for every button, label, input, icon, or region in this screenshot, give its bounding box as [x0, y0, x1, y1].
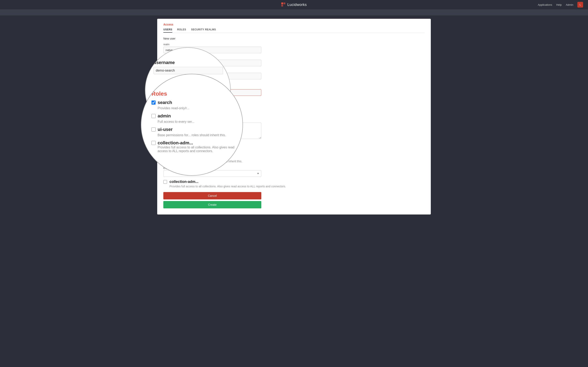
expire-field-group: Expiration ▼	[163, 167, 425, 177]
role-checkbox-ui-user[interactable]	[163, 155, 167, 159]
role-name-admin: admin	[169, 142, 180, 147]
lucidworks-logo-icon	[281, 2, 286, 7]
role-desc-collection-admin: Provides full access to all collections.…	[169, 185, 425, 188]
password-field-group: Password length, begin and ... Read more…	[163, 69, 425, 83]
role-item-search: search Provides read-only access to...	[163, 107, 425, 115]
tabs: USERS ROLES SECURITY REALMS	[163, 28, 425, 33]
subheader	[0, 9, 588, 16]
access-title: Access	[163, 23, 425, 26]
role-name-ui-user: ui-user	[169, 155, 182, 159]
tab-security-realms[interactable]: SECURITY REALMS	[191, 28, 216, 33]
help-link[interactable]: Help	[556, 3, 562, 6]
description-field-group: Description	[163, 119, 425, 140]
svg-rect-2	[281, 5, 283, 7]
role-item-collection-admin: collection-adm... Provides full access t…	[163, 180, 425, 188]
realm-input[interactable]	[163, 47, 261, 53]
password-input[interactable]	[163, 73, 261, 79]
svg-rect-1	[283, 2, 285, 4]
read-more-link[interactable]: Read more.	[186, 80, 199, 83]
role-name-collection-admin: collection-adm...	[169, 180, 199, 184]
realm-label: realm	[163, 43, 425, 46]
role-checkbox-admin[interactable]	[163, 143, 167, 147]
roles-title: Roles	[163, 99, 425, 104]
role-name-search: search	[169, 107, 181, 111]
role-item-ui-user: ui-user Base permissions for all roles. …	[163, 155, 425, 163]
roles-section: Roles search Provides read-only access t…	[163, 99, 425, 188]
expire-select-wrap: ▼	[163, 170, 261, 177]
tab-users[interactable]: USERS	[163, 28, 172, 33]
cancel-button[interactable]: Cancel	[163, 192, 261, 200]
new-user-title: New user	[163, 37, 425, 40]
role-desc-admin: Full access to every service...	[169, 148, 425, 151]
description-label: Description	[163, 119, 425, 122]
form-actions: Cancel Create	[163, 192, 425, 208]
expire-select[interactable]	[163, 170, 261, 177]
role-desc-ui-user: Base permissions for all roles. All role…	[169, 160, 425, 163]
password-hint: length, begin and ... Read more.	[163, 80, 425, 83]
main-content: Access USERS ROLES SECURITY REALMS New u…	[157, 19, 431, 215]
topnav-right: Applications Help Admin L	[538, 2, 583, 8]
applications-link[interactable]: Applications	[538, 3, 552, 6]
username-input[interactable]	[163, 60, 261, 66]
description-textarea[interactable]	[163, 123, 261, 139]
username-field-group: username	[163, 56, 425, 66]
user-avatar[interactable]: L	[577, 2, 583, 8]
topnav: Lucidworks Applications Help Admin L	[0, 0, 588, 9]
tab-roles[interactable]: ROLES	[177, 28, 186, 33]
admin-link[interactable]: Admin	[566, 3, 573, 6]
realm-field-group: realm	[163, 43, 425, 53]
expire-label: Expiration	[163, 167, 425, 169]
confirm-password-field-group: Confirm Password	[163, 86, 425, 96]
logo: Lucidworks	[281, 2, 307, 7]
role-item-admin: admin Full access to every service...	[163, 142, 425, 151]
username-label: username	[163, 56, 425, 59]
role-checkbox-search[interactable]	[163, 107, 167, 111]
create-button[interactable]: Create	[163, 201, 261, 208]
logo-text: Lucidworks	[287, 3, 307, 7]
svg-rect-0	[281, 2, 283, 4]
confirm-password-input[interactable]	[163, 89, 261, 96]
role-checkbox-collection-admin[interactable]	[163, 180, 167, 184]
role-desc-search: Provides read-only access to...	[169, 112, 425, 115]
password-label: Password	[163, 69, 425, 72]
confirm-password-label: Confirm Password	[163, 86, 425, 89]
